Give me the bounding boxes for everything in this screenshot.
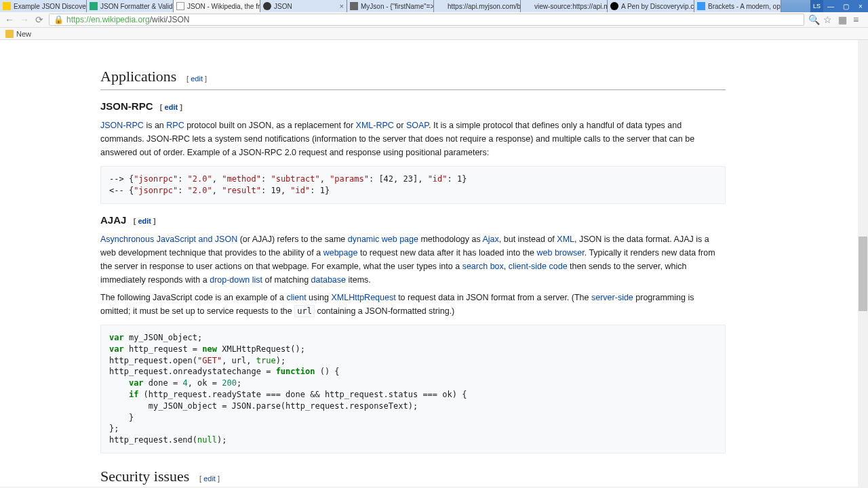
link[interactable]: XMLHttpRequest (331, 293, 395, 302)
link[interactable]: search box (462, 262, 504, 271)
zoom-icon[interactable]: 🔍 (808, 14, 819, 25)
link[interactable]: RPC (166, 121, 184, 130)
window-label: LS (810, 0, 823, 12)
link[interactable]: server-side (591, 293, 633, 302)
paragraph: JSON-RPC is an RPC protocol built on JSO… (100, 119, 726, 159)
link[interactable]: XML-RPC (356, 121, 394, 130)
edit-link: [ edit ] (180, 75, 207, 83)
browser-tab[interactable]: Brackets - A modern, open× (694, 0, 781, 12)
link[interactable]: dynamic web page (348, 235, 418, 244)
forward-icon[interactable]: → (19, 14, 30, 25)
browser-tab[interactable]: MyJson - {"firstName"=>"La× (347, 0, 434, 12)
menu-icon[interactable]: ≡ (853, 14, 864, 25)
maximize-icon[interactable]: ▢ (838, 0, 853, 12)
close-window-icon[interactable]: × (853, 0, 868, 12)
link[interactable]: client-side code (509, 262, 568, 271)
inline-code: url (294, 305, 315, 317)
code-block-jsonrpc: --> {"jsonrpc": "2.0", "method": "subtra… (100, 166, 726, 204)
link[interactable]: Ajax (483, 235, 499, 244)
window-controls: LS — ▢ × (810, 0, 868, 12)
close-icon[interactable]: × (337, 2, 344, 10)
browser-tab[interactable]: JSON× (260, 0, 347, 12)
link[interactable]: XML (557, 235, 574, 244)
extension-icon[interactable]: ▦ (838, 14, 849, 25)
folder-icon (5, 30, 14, 38)
section-heading-applications: Applications [ edit ] (100, 64, 726, 90)
link[interactable]: database (311, 275, 346, 285)
link[interactable]: webpage (323, 248, 358, 258)
link[interactable]: client (286, 293, 306, 302)
scrollbar-thumb[interactable] (859, 237, 867, 311)
url-path: /wiki/JSON (150, 15, 190, 24)
subsection-heading-jsonrpc: JSON-RPC [ edit ] (100, 98, 726, 115)
subsection-heading-ajaj: AJAJ [ edit ] (100, 212, 726, 228)
browser-tab[interactable]: A Pen by Discoveryvip.com× (608, 0, 694, 12)
page-viewport[interactable]: Applications [ edit ] JSON-RPC [ edit ] … (0, 40, 868, 487)
star-icon[interactable]: ☆ (823, 14, 834, 25)
browser-tab[interactable]: view-source:https://api.myj× (521, 0, 608, 12)
lock-icon: 🔒 (54, 15, 64, 24)
scrollbar[interactable] (858, 40, 868, 487)
link[interactable]: JSON-RPC (100, 121, 144, 130)
back-icon[interactable]: ← (4, 14, 15, 25)
tab-strip: Example JSON Discoveryvip× JSON Formatte… (0, 0, 868, 12)
article-content: Applications [ edit ] JSON-RPC [ edit ] … (0, 40, 746, 487)
link[interactable]: SOAP (406, 121, 429, 130)
url-host: https://en.wikipedia.org (66, 15, 150, 24)
section-heading-security: Security issues [ edit ] (100, 464, 726, 487)
browser-tab[interactable]: https://api.myjson.com/bin× (434, 0, 521, 12)
browser-tab[interactable]: Example JSON Discoveryvip× (0, 0, 87, 12)
link[interactable]: drop-down list (210, 275, 262, 285)
reload-icon[interactable]: ⟳ (34, 14, 45, 25)
link[interactable]: web browser (537, 248, 585, 258)
bookmark-item[interactable]: New (5, 30, 31, 38)
browser-tab[interactable]: JSON Formatter & Validator× (87, 0, 174, 12)
paragraph: The following JavaScript code is an exam… (100, 291, 726, 318)
bookmarks-bar: New (0, 28, 868, 40)
browser-tab-active[interactable]: JSON - Wikipedia, the free e× (174, 0, 260, 12)
url-input[interactable]: 🔒 https://en.wikipedia.org/wiki/JSON (49, 14, 804, 26)
link[interactable]: Asynchronous JavaScript and JSON (100, 235, 237, 244)
minimize-icon[interactable]: — (823, 0, 838, 12)
address-bar: ← → ⟳ 🔒 https://en.wikipedia.org/wiki/JS… (0, 12, 868, 28)
paragraph: Asynchronous JavaScript and JSON (or AJA… (100, 232, 726, 287)
code-block-ajaj: var my_JSON_object; var http_request = n… (100, 325, 726, 453)
